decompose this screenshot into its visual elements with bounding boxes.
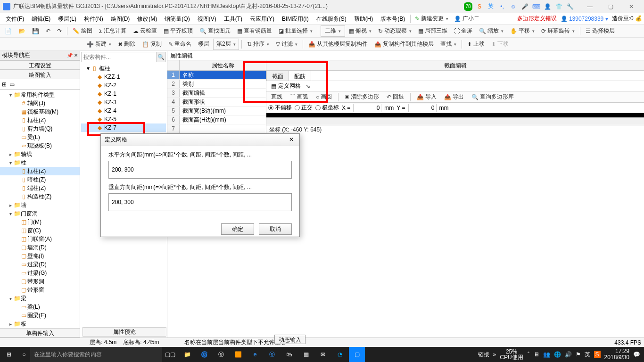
pan-button[interactable]: ✋ 平移 xyxy=(507,25,537,37)
tree-item[interactable]: ▢带形窗 xyxy=(0,286,80,294)
tree-group[interactable]: ▾📁柱 xyxy=(0,158,80,167)
tree-item[interactable]: #轴网(J) xyxy=(0,99,80,107)
tree-item[interactable]: ▯构造柱(Z) xyxy=(0,192,80,201)
minimize-button[interactable]: — xyxy=(580,1,600,12)
cortana-icon[interactable]: ○ xyxy=(18,351,30,358)
tree-item[interactable]: ▦筏板基础(M) xyxy=(0,107,80,116)
comp-root[interactable]: ▾▯框柱 xyxy=(81,64,166,73)
query-polylib-button[interactable]: 🔍查询多边形库 xyxy=(469,91,517,103)
undo-icon[interactable]: ↶ xyxy=(43,25,53,37)
tray-chevron-icon[interactable]: » xyxy=(493,351,496,358)
tray-sogou-icon[interactable]: S xyxy=(594,351,601,358)
floor-selector[interactable]: 第2层 xyxy=(213,39,239,50)
draw-button[interactable]: ✏️绘图 xyxy=(70,25,95,37)
taskbar-search[interactable]: 在这里输入你要搜索的内容 xyxy=(30,347,162,362)
task-view-icon[interactable]: ▢▢ xyxy=(162,347,178,362)
new-doc-icon[interactable]: 📄 xyxy=(2,25,15,37)
menu-rebar[interactable]: 钢筋量(Q) xyxy=(161,14,193,24)
task-app2-icon[interactable]: ▦ xyxy=(298,347,314,362)
comp-item[interactable]: ◆KZZ-1 xyxy=(81,73,166,81)
tree-group[interactable]: ▾📁常用构件类型 xyxy=(0,90,80,99)
smile-icon[interactable]: ☺ xyxy=(509,2,518,11)
property-row[interactable]: 4截面形状 xyxy=(167,98,266,107)
redo-icon[interactable]: ↷ xyxy=(54,25,65,37)
tree-group[interactable]: ▾📁门窗洞 xyxy=(0,209,80,218)
nav-section-project[interactable]: 工程设置 xyxy=(0,60,80,70)
task-ggj-icon[interactable]: ▢ xyxy=(349,347,365,362)
opt-ortho[interactable]: 正交 xyxy=(295,104,313,112)
tray-flag-icon[interactable]: ⚑ xyxy=(576,351,581,358)
tray-vol-icon[interactable]: 🔊 xyxy=(565,351,572,358)
tree-item[interactable]: ▭过梁(D) xyxy=(0,260,80,269)
tree-item[interactable]: ▯剪力墙(Q) xyxy=(0,124,80,133)
tray-up-icon[interactable]: ˄ xyxy=(527,351,530,358)
copy-to-floor-button[interactable]: 📤 复制构件到其他楼层 xyxy=(372,39,437,50)
tree-item[interactable]: ▯暗柱(Z) xyxy=(0,175,80,184)
layout2-icon[interactable]: ▭ xyxy=(9,81,15,88)
mic-icon[interactable]: 🎤 xyxy=(520,2,529,11)
user-phone[interactable]: 👤 13907298339 ▾ xyxy=(561,16,608,22)
property-row[interactable]: 3截面编辑 xyxy=(167,89,266,98)
dialog-titlebar[interactable]: 定义网格 ✕ xyxy=(101,134,299,146)
property-row[interactable]: 7 xyxy=(167,124,266,133)
menu-draw[interactable]: 绘图(D) xyxy=(107,14,134,24)
tree-item[interactable]: ▯框柱(Z) xyxy=(0,167,80,175)
menu-file[interactable]: 文件(F) xyxy=(2,14,28,24)
nav-tree[interactable]: ▾📁常用构件类型#轴网(J)▦筏板基础(M)▯框柱(Z)▯剪力墙(Q)▭梁(L)… xyxy=(0,90,80,328)
define-grid-button[interactable]: ▦ 定义网格 xyxy=(268,82,304,91)
tree-item[interactable]: ▯端柱(Z) xyxy=(0,184,80,192)
sort-button[interactable]: ⇅ 排序 xyxy=(244,39,272,50)
align-top-button[interactable]: ▤ 平齐板顶 xyxy=(161,25,196,37)
menu-floor[interactable]: 楼层(L) xyxy=(54,14,80,24)
task-store-icon[interactable]: 🛍 xyxy=(281,347,297,362)
move-up-button[interactable]: ⬆ 上移 xyxy=(464,39,487,50)
find-element-button[interactable]: 🔍 查找图元 xyxy=(197,25,233,37)
line-tool-icon[interactable]: ↘ xyxy=(305,83,310,90)
copy-button[interactable]: 📋 复制 xyxy=(139,39,165,50)
menu-tool[interactable]: 工具(T) xyxy=(220,14,246,24)
tree-item[interactable]: ▭梁(L) xyxy=(0,133,80,141)
export-button[interactable]: 📤导出 xyxy=(441,91,467,103)
opt-polar[interactable]: 极坐标 xyxy=(315,104,339,112)
lang-icon[interactable]: 英 xyxy=(487,2,495,11)
input-method-icon[interactable]: S xyxy=(475,2,484,11)
menu-view[interactable]: 视图(V) xyxy=(194,14,220,24)
property-row[interactable]: 6截面高(H边)(mm) xyxy=(167,115,266,124)
sum-button[interactable]: Σ 汇总计算 xyxy=(96,25,129,37)
tray-links[interactable]: 链接 xyxy=(478,351,489,359)
task-app3-icon[interactable]: ◔ xyxy=(332,347,348,362)
canvas-scrollbar[interactable] xyxy=(266,117,644,125)
clear-poly-button[interactable]: ✖ 清除多边形 xyxy=(342,91,382,103)
comp-item[interactable]: ◆KZ-4 xyxy=(81,107,166,115)
ok-button[interactable]: 确定 xyxy=(221,223,254,235)
person-icon[interactable]: 👤 xyxy=(543,2,552,11)
local-3d-button[interactable]: ▦ 局部三维 xyxy=(415,25,450,37)
v-spacing-input[interactable] xyxy=(108,193,292,211)
tree-item[interactable]: ▢带形洞 xyxy=(0,277,80,286)
arc-button[interactable]: ⌒画弧 xyxy=(287,91,311,103)
comp-item[interactable]: ◆KZ-7 xyxy=(81,123,166,132)
cancel-button[interactable]: 取消 xyxy=(259,223,292,235)
tree-item[interactable]: ◫门联窗(A) xyxy=(0,235,80,243)
task-ie-icon[interactable]: ⓔ xyxy=(213,347,229,362)
tree-group[interactable]: ▸📁墙 xyxy=(0,201,80,209)
search-input[interactable] xyxy=(82,52,156,62)
dot-icon[interactable]: •, xyxy=(498,2,506,11)
circle-button[interactable]: ○画圆 xyxy=(313,91,335,103)
rotate-screen-button[interactable]: ⟳ 屏幕旋转 xyxy=(538,25,578,37)
close-button[interactable]: ✕ xyxy=(621,1,641,12)
tree-item[interactable]: ◫窗(C) xyxy=(0,226,80,235)
user-button[interactable]: 👤广小二 xyxy=(451,13,482,25)
tray-net-icon[interactable]: 🌐 xyxy=(554,351,561,358)
new-button[interactable]: ➕新建 xyxy=(84,39,114,50)
tree-group[interactable]: ▸📁板 xyxy=(0,320,80,328)
task-ie2-icon[interactable]: ⓔ xyxy=(264,347,280,362)
opt-no-offset[interactable]: 不偏移 xyxy=(268,104,292,112)
task-explorer-icon[interactable]: 📁 xyxy=(179,347,195,362)
tree-group[interactable]: ▾📁梁 xyxy=(0,294,80,303)
task-edge-icon[interactable]: e xyxy=(247,347,263,362)
top-view-button[interactable]: ▦ 俯视 xyxy=(346,25,374,37)
copy-from-floor-button[interactable]: 📥 从其他楼层复制构件 xyxy=(305,39,371,50)
y-input[interactable] xyxy=(408,104,437,112)
delete-button[interactable]: ✖ 删除 xyxy=(115,39,138,50)
